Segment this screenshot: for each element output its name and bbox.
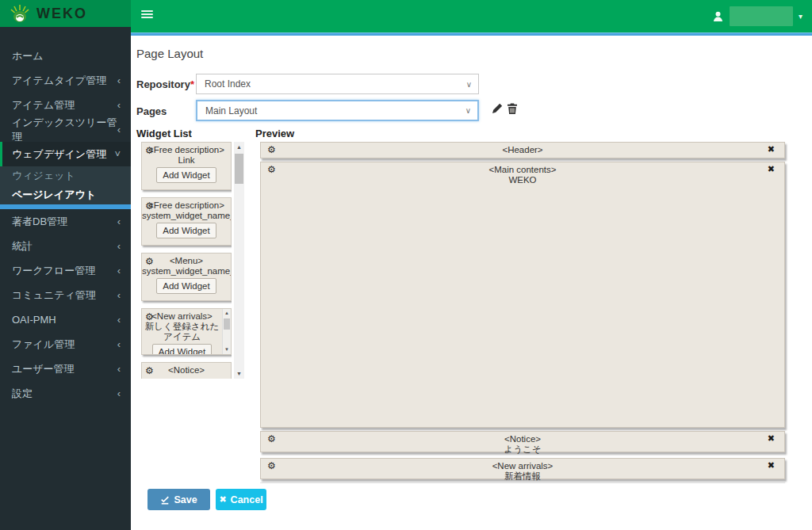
gear-icon[interactable]: ⚙	[145, 256, 154, 267]
gear-icon[interactable]: ⚙	[267, 460, 276, 471]
preview-block-notice[interactable]: ⚙ <Notice> ようこそ ✖	[260, 431, 785, 452]
select-caret-icon: ∨	[465, 106, 471, 115]
user-menu[interactable]: ▾	[712, 6, 802, 26]
close-icon[interactable]: ✖	[768, 164, 775, 174]
sidebar: ホーム アイテムタイプ管理 ‹ アイテム管理 ‹ インデックスツリー管理 ‹ ウ…	[0, 27, 131, 530]
chevron-left-icon: ‹	[117, 289, 121, 301]
add-widget-button[interactable]: Add Widget	[152, 344, 212, 355]
sidebar-item-community-admin[interactable]: コミュニティ管理 ‹	[0, 283, 131, 307]
gear-icon[interactable]: ⚙	[145, 200, 154, 212]
edit-page-icon[interactable]	[491, 102, 504, 115]
page-title: Page Layout	[136, 47, 203, 60]
scroll-up-icon[interactable]: ▲	[223, 309, 231, 318]
repository-label: Repository*	[136, 78, 194, 90]
pages-label: Pages	[136, 105, 167, 117]
save-check-icon	[160, 495, 170, 505]
widget-list-title: Widget List	[136, 128, 192, 139]
webdesign-submenu: ウィジェット ページレイアウト	[0, 166, 131, 209]
add-widget-button[interactable]: Add Widget	[156, 278, 216, 294]
delete-page-icon[interactable]	[506, 102, 519, 115]
preview-block-main-contents[interactable]: ⚙ <Main contents> WEKO ✖	[260, 162, 785, 428]
chevron-left-icon: ‹	[117, 74, 121, 86]
select-caret-icon: ∨	[466, 80, 472, 89]
close-icon[interactable]: ✖	[768, 460, 775, 471]
brand-name: WEKO	[36, 6, 87, 22]
chevron-down-icon: ˅	[114, 148, 121, 160]
widget-card-new-arrivals: ⚙ <New arrivals> 新しく登録されたアイテム Add Widget…	[141, 308, 232, 355]
close-icon[interactable]: ✖	[768, 144, 775, 154]
sidebar-item-workflow-admin[interactable]: ワークフロー管理 ‹	[0, 258, 131, 283]
repository-select[interactable]: Root Index ∨	[196, 74, 479, 94]
sidebar-item-authordb-admin[interactable]: 著者DB管理 ‹	[0, 209, 131, 234]
close-icon[interactable]: ✖	[768, 433, 775, 444]
chevron-left-icon: ‹	[117, 124, 121, 135]
preview-title: Preview	[255, 128, 294, 139]
chevron-left-icon: ‹	[117, 338, 121, 350]
sidebar-item-item-admin[interactable]: アイテム管理 ‹	[0, 93, 131, 117]
gear-icon[interactable]: ⚙	[145, 311, 154, 322]
widget-list-scrollbar[interactable]: ▲ ▼	[234, 142, 244, 379]
chevron-left-icon: ‹	[117, 215, 121, 227]
gear-icon[interactable]: ⚙	[267, 164, 276, 175]
weko-logo-icon	[10, 4, 30, 23]
chevron-down-icon: ▾	[799, 12, 802, 21]
sidebar-item-statistics[interactable]: 統計 ‹	[0, 234, 131, 258]
gear-icon[interactable]: ⚙	[267, 433, 276, 444]
sidebar-item-home[interactable]: ホーム	[0, 44, 131, 68]
preview-block-header[interactable]: ⚙ <Header> ✖	[260, 142, 785, 158]
sidebar-item-itemtype-admin[interactable]: アイテムタイプ管理 ‹	[0, 68, 131, 93]
user-name-redacted	[730, 6, 793, 26]
sidebar-subitem-widget[interactable]: ウィジェット	[0, 166, 131, 185]
add-widget-button[interactable]: Add Widget	[156, 167, 216, 183]
gear-icon[interactable]: ⚙	[267, 144, 276, 155]
chevron-left-icon: ‹	[117, 314, 121, 326]
sidebar-item-file-admin[interactable]: ファイル管理 ‹	[0, 332, 131, 357]
save-button[interactable]: Save	[147, 489, 210, 510]
sidebar-item-oai-pmh[interactable]: OAI-PMH ‹	[0, 307, 131, 332]
sidebar-item-settings[interactable]: 設定 ‹	[0, 381, 131, 406]
sidebar-toggle-icon[interactable]	[141, 10, 153, 20]
cancel-button[interactable]: ✖ Cancel	[216, 489, 266, 510]
chevron-left-icon: ‹	[117, 363, 121, 375]
chevron-left-icon: ‹	[117, 387, 121, 399]
widget-card-scrollbar[interactable]: ▲ ▼	[222, 309, 231, 354]
pages-select[interactable]: Main Layout ∨	[196, 100, 479, 121]
preview-block-new-arrivals[interactable]: ⚙ <New arrivals> 新着情報 ✖	[260, 458, 785, 479]
close-icon: ✖	[219, 494, 226, 505]
top-navbar: ▾	[131, 0, 812, 32]
page-layout-screen: WEKO ▾ ホーム アイテムタイプ管理 ‹ アイテム管理	[0, 0, 812, 530]
scroll-up-icon[interactable]: ▲	[234, 142, 244, 152]
sidebar-item-indextree-admin[interactable]: インデックスツリー管理 ‹	[0, 117, 131, 142]
widget-card-menu-25: ⚙ <Menu> system_widget_name_25 Add Widge…	[141, 253, 232, 301]
chevron-left-icon: ‹	[117, 99, 121, 111]
widget-card-free-description-36: ⚙ <Free description> system_widget_name_…	[141, 197, 232, 246]
widget-card-free-description-link: ⚙ <Free description> Link Add Widget	[141, 142, 232, 190]
gear-icon[interactable]: ⚙	[145, 365, 154, 376]
preview-panel: ⚙ <Header> ✖ ⚙ <Main contents> WEKO ✖ ⚙ …	[260, 142, 785, 483]
scrollbar-thumb[interactable]	[235, 154, 243, 184]
gear-icon[interactable]: ⚙	[145, 145, 154, 156]
brand-logo[interactable]: WEKO	[0, 0, 131, 27]
widget-card-notice: ⚙ <Notice>	[141, 362, 232, 379]
scrollbar-thumb[interactable]	[224, 318, 230, 330]
add-widget-button[interactable]: Add Widget	[156, 223, 216, 238]
sidebar-item-webdesign-admin[interactable]: ウェブデザイン管理 ˅	[0, 142, 131, 166]
scroll-down-icon[interactable]: ▼	[223, 345, 231, 354]
chevron-left-icon: ‹	[117, 240, 121, 252]
user-icon	[712, 10, 724, 22]
required-mark: *	[190, 78, 194, 90]
scroll-down-icon[interactable]: ▼	[234, 368, 244, 379]
widget-list: ⚙ <Free description> Link Add Widget ⚙ <…	[141, 142, 232, 379]
sidebar-item-user-admin[interactable]: ユーザー管理 ‹	[0, 357, 131, 381]
chevron-left-icon: ‹	[117, 265, 121, 276]
sidebar-subitem-page-layout[interactable]: ページレイアウト	[0, 185, 131, 204]
